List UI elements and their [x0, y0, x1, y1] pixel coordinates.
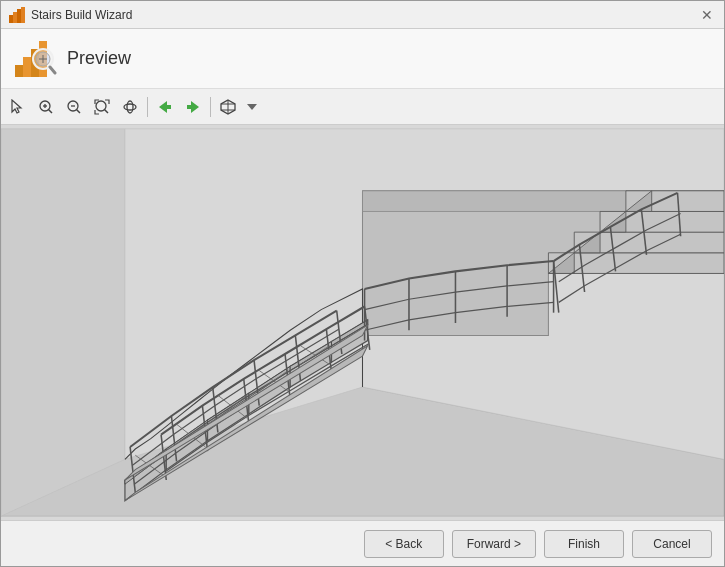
svg-rect-4 [15, 65, 23, 77]
header-section: Preview [1, 29, 724, 89]
forward-button[interactable]: Forward > [452, 530, 536, 558]
svg-point-24 [124, 104, 136, 110]
svg-line-23 [105, 109, 109, 113]
zoom-out-button[interactable] [61, 94, 87, 120]
view-dropdown-button[interactable] [243, 94, 261, 120]
close-button[interactable]: ✕ [698, 6, 716, 24]
svg-line-21 [77, 109, 81, 113]
svg-rect-2 [17, 9, 21, 23]
svg-rect-1 [13, 12, 17, 23]
stair-preview-svg [1, 125, 724, 520]
forward-arrow-button[interactable] [180, 94, 206, 120]
svg-marker-26 [159, 101, 171, 113]
back-button[interactable]: < Back [364, 530, 444, 558]
svg-marker-35 [1, 129, 125, 516]
toolbar-sep-1 [147, 97, 148, 117]
svg-line-18 [49, 109, 53, 113]
orbit-button[interactable] [117, 94, 143, 120]
svg-line-11 [50, 67, 55, 73]
header-icon [13, 37, 57, 81]
zoom-extents-button[interactable] [89, 94, 115, 120]
title-bar: Stairs Build Wizard ✕ [1, 1, 724, 29]
zoom-in-button[interactable] [33, 94, 59, 120]
window-icon [9, 7, 25, 23]
main-window: Stairs Build Wizard ✕ Preview [0, 0, 725, 567]
svg-rect-0 [9, 15, 13, 23]
svg-rect-3 [21, 7, 25, 23]
svg-rect-5 [23, 57, 31, 77]
svg-marker-14 [12, 100, 21, 113]
back-arrow-button[interactable] [152, 94, 178, 120]
svg-marker-32 [247, 104, 257, 110]
3d-viewport[interactable] [1, 125, 724, 520]
toolbar [1, 89, 724, 125]
cancel-button[interactable]: Cancel [632, 530, 712, 558]
select-tool-button[interactable] [5, 94, 31, 120]
svg-marker-27 [187, 101, 199, 113]
svg-point-25 [127, 101, 133, 113]
footer: < Back Forward > Finish Cancel [1, 520, 724, 566]
title-bar-left: Stairs Build Wizard [9, 7, 132, 23]
header-title: Preview [67, 48, 131, 69]
finish-button[interactable]: Finish [544, 530, 624, 558]
window-title: Stairs Build Wizard [31, 8, 132, 22]
3d-view-button[interactable] [215, 94, 241, 120]
toolbar-sep-2 [210, 97, 211, 117]
